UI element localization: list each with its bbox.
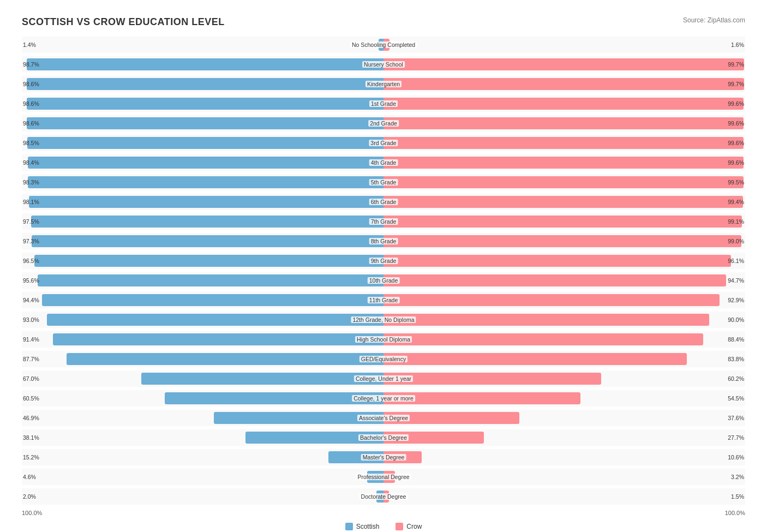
left-value: 98.6%: [22, 81, 46, 87]
pink-bar: [384, 274, 726, 286]
legend-scottish: Scottish: [345, 523, 380, 530]
blue-bar: [27, 98, 384, 110]
chart-container: SCOTTISH VS CROW EDUCATION LEVEL Source:…: [11, 11, 756, 532]
blue-bar: [141, 373, 384, 385]
right-value: 88.4%: [721, 336, 745, 343]
center-label: High School Diploma: [355, 336, 412, 343]
right-value: 99.0%: [721, 238, 745, 244]
right-value: 99.6%: [721, 159, 745, 166]
center-label: 6th Grade: [369, 199, 398, 205]
blue-bar: [38, 274, 384, 286]
blue-bar: [31, 216, 384, 228]
left-value: 98.3%: [22, 179, 46, 186]
axis-labels: 100.0% 100.0%: [22, 510, 745, 516]
pink-bar: [384, 98, 744, 110]
bar-row: 98.1%99.4%6th Grade: [22, 194, 745, 210]
left-value: 98.6%: [22, 100, 46, 107]
right-value: 1.5%: [721, 493, 745, 500]
blue-bar: [47, 314, 384, 326]
bar-row: 97.5%99.1%7th Grade: [22, 213, 745, 230]
right-value: 94.7%: [721, 277, 745, 284]
left-value: 46.9%: [22, 415, 46, 421]
blue-bar: [165, 392, 384, 404]
right-value: 99.6%: [721, 100, 745, 107]
blue-bar: [27, 58, 384, 70]
bar-row: 98.6%99.7%Kindergarten: [22, 76, 745, 92]
pink-bar: [384, 157, 744, 169]
center-label: 10th Grade: [368, 277, 400, 284]
bar-row: 15.2%10.6%Master's Degree: [22, 449, 745, 465]
blue-bar: [32, 235, 384, 247]
right-value: 99.1%: [721, 218, 745, 225]
pink-bar: [384, 117, 744, 129]
center-label: 8th Grade: [369, 238, 398, 244]
pink-bar: [384, 176, 744, 188]
pink-bar: [384, 235, 741, 247]
left-value: 97.5%: [22, 218, 46, 225]
left-value: 95.6%: [22, 277, 46, 284]
left-value: 98.7%: [22, 61, 46, 68]
bar-row: 1.4%1.6%No Schooling Completed: [22, 37, 745, 53]
pink-bar: [384, 294, 720, 306]
pink-bar: [384, 137, 744, 149]
right-value: 10.6%: [721, 454, 745, 461]
blue-bar: [28, 176, 384, 188]
left-value: 4.6%: [22, 474, 46, 480]
legend-crow: Crow: [396, 523, 422, 530]
bar-row: 94.4%92.9%11th Grade: [22, 292, 745, 308]
bar-row: 98.6%99.6%2nd Grade: [22, 115, 745, 131]
pink-bar: [384, 58, 744, 70]
center-label: Professional Degree: [356, 474, 411, 480]
right-value: 3.2%: [721, 474, 745, 480]
blue-bar: [27, 137, 384, 149]
left-value: 15.2%: [22, 454, 46, 461]
center-label: 5th Grade: [369, 179, 398, 186]
center-label: GED/Equivalency: [359, 356, 408, 362]
right-value: 99.7%: [721, 81, 745, 87]
crow-label: Crow: [406, 523, 422, 530]
center-label: 1st Grade: [369, 100, 398, 107]
right-value: 37.6%: [721, 415, 745, 421]
right-value: 54.5%: [721, 395, 745, 402]
right-value: 96.1%: [721, 258, 745, 264]
bar-row: 38.1%27.7%Bachelor's Degree: [22, 429, 745, 446]
center-label: 4th Grade: [369, 159, 398, 166]
blue-bar: [28, 157, 384, 169]
bar-row: 98.4%99.6%4th Grade: [22, 154, 745, 171]
center-label: 3rd Grade: [369, 140, 398, 146]
blue-bar: [42, 294, 384, 306]
bars-chart: 1.4%1.6%No Schooling Completed98.7%99.7%…: [22, 37, 745, 506]
pink-bar: [384, 196, 743, 208]
chart-title: SCOTTISH VS CROW EDUCATION LEVEL: [22, 16, 225, 28]
center-label: Bachelor's Degree: [358, 434, 409, 441]
bar-row: 67.0%60.2%College, Under 1 year: [22, 370, 745, 387]
left-value: 96.5%: [22, 258, 46, 264]
left-value: 87.7%: [22, 356, 46, 362]
bar-row: 98.6%99.6%1st Grade: [22, 95, 745, 112]
right-value: 60.2%: [721, 375, 745, 382]
pink-bar: [384, 78, 744, 90]
right-value: 99.7%: [721, 61, 745, 68]
center-label: No Schooling Completed: [350, 41, 417, 48]
bar-row: 46.9%37.6%Associate's Degree: [22, 410, 745, 426]
pink-bar: [384, 353, 687, 365]
right-value: 1.6%: [721, 41, 745, 48]
left-value: 60.5%: [22, 395, 46, 402]
right-value: 92.9%: [721, 297, 745, 303]
scottish-swatch: [345, 523, 353, 530]
left-value: 98.1%: [22, 199, 46, 205]
bar-row: 93.0%90.0%12th Grade, No Diploma: [22, 312, 745, 328]
pink-bar: [384, 216, 742, 228]
blue-bar: [27, 117, 384, 129]
left-value: 91.4%: [22, 336, 46, 343]
left-value: 98.4%: [22, 159, 46, 166]
center-label: 9th Grade: [369, 258, 398, 264]
center-label: 11th Grade: [368, 297, 400, 303]
right-value: 27.7%: [721, 434, 745, 441]
left-value: 98.6%: [22, 120, 46, 127]
left-value: 94.4%: [22, 297, 46, 303]
bar-row: 98.5%99.6%3rd Grade: [22, 135, 745, 151]
right-value: 99.4%: [721, 199, 745, 205]
bar-row: 2.0%1.5%Doctorate Degree: [22, 488, 745, 505]
crow-swatch: [396, 523, 403, 530]
